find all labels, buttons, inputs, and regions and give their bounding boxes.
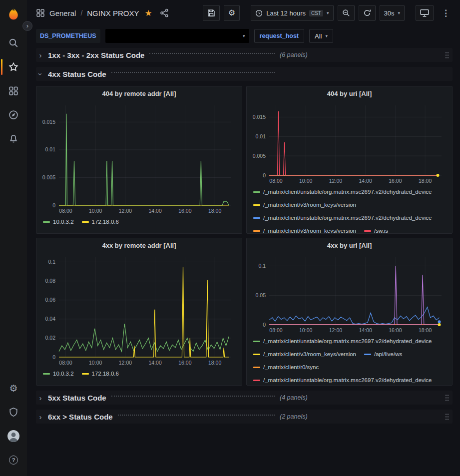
- legend-item[interactable]: /_matrix/client/unstable/org.matrix.msc2…: [253, 215, 432, 221]
- panel-title[interactable]: 404 by remote addr [All]: [36, 86, 242, 100]
- bell-icon: [8, 134, 18, 144]
- sidebar-item-dashboards[interactable]: [0, 79, 27, 103]
- sidebar-item-starred[interactable]: [0, 55, 27, 79]
- legend-item[interactable]: /_matrix/client/unstable/org.matrix.msc2…: [253, 189, 432, 195]
- time-range-label: Last 12 hours: [266, 9, 306, 17]
- row-title: 6xx > Status Code: [48, 413, 113, 421]
- drag-handle-icon[interactable]: [445, 51, 450, 59]
- legend-item[interactable]: /_matrix/client/v3/room_keys/version: [253, 202, 356, 208]
- panel-title[interactable]: 4xx by uri [All]: [247, 238, 452, 252]
- panel-chart[interactable]: 08:0010:0012:0014:0016:0018:0000.0050.01…: [38, 100, 237, 215]
- zoom-out-icon: [342, 9, 350, 17]
- panel: 4xx by uri [All]08:0010:0012:0014:0016:0…: [246, 238, 453, 386]
- save-dashboard-button[interactable]: [203, 5, 220, 21]
- legend-item[interactable]: /_matrix/client/v3/room_keys/version: [253, 228, 356, 234]
- breadcrumb-dashboard-title[interactable]: NGINX PROXY: [87, 9, 139, 17]
- axis-tick-label: 0.01: [256, 133, 266, 139]
- row-6xx-status-code[interactable]: › 6xx > Status Code (2 panels): [36, 410, 453, 424]
- time-range-picker[interactable]: Last 12 hours CST ▾: [251, 5, 333, 21]
- more-options-button[interactable]: ⋮: [438, 5, 454, 21]
- legend-item[interactable]: /api/live/ws: [364, 351, 402, 357]
- legend-series-label: 10.0.3.2: [53, 371, 74, 377]
- legend-series-label: /_matrix/client/unstable/org.matrix.msc2…: [263, 189, 432, 195]
- panel-chart[interactable]: 08:0010:0012:0014:0016:0018:0000.0050.01…: [248, 100, 448, 185]
- legend-series-label: /_matrix/client/r0/sync: [263, 364, 319, 370]
- row-dotted-leader: [118, 415, 275, 416]
- breadcrumb-separator: /: [80, 9, 82, 17]
- grafana-logo[interactable]: [2, 3, 24, 25]
- refresh-interval-label: 30s: [384, 9, 395, 17]
- datasource-label: DS_PROMETHEUS: [36, 29, 100, 43]
- datasource-select[interactable]: ▾: [105, 29, 249, 43]
- panel-legend: /_matrix/client/unstable/org.matrix.msc2…: [247, 335, 452, 386]
- zoom-out-button[interactable]: [338, 5, 355, 21]
- legend-item[interactable]: 172.18.0.6: [82, 219, 119, 225]
- axis-tick-label: 0: [52, 354, 55, 360]
- monitor-icon: [420, 9, 429, 17]
- row-dotted-leader: [111, 72, 275, 73]
- row-title: 4xx Status Code: [48, 70, 106, 78]
- axis-tick-label: 16:00: [389, 327, 402, 333]
- panel-chart[interactable]: 08:0010:0012:0014:0016:0018:0000.020.040…: [38, 252, 237, 367]
- legend-series-label: /_matrix/client/v3/room_keys/version: [263, 202, 356, 208]
- panel-chart[interactable]: 08:0010:0012:0014:0016:0018:0000.050.1: [248, 252, 448, 335]
- axis-tick-label: 08:00: [269, 178, 282, 184]
- legend-series-color-icon: [364, 230, 371, 232]
- axis-tick-label: 14:00: [149, 360, 162, 366]
- legend-item[interactable]: /_matrix/client/unstable/org.matrix.msc2…: [253, 377, 432, 383]
- refresh-interval-dropdown[interactable]: 30s ▾: [380, 5, 405, 21]
- sidebar: ⚙ ?: [0, 0, 27, 476]
- variables-submenu: DS_PROMETHEUS ▾ request_host All ▾: [27, 26, 460, 48]
- sidebar-item-alerting[interactable]: [0, 127, 27, 151]
- row-title: 5xx Status Code: [48, 394, 106, 402]
- share-icon[interactable]: [160, 8, 169, 17]
- row-1xx-3xx-2xx-status-code[interactable]: › 1xx - 3xx - 2xx Status Code (6 panels): [36, 48, 453, 62]
- sidebar-item-help[interactable]: ?: [0, 448, 27, 472]
- series-point: [438, 320, 441, 323]
- axis-tick-label: 14:00: [359, 178, 372, 184]
- axis-tick-label: 0: [52, 202, 55, 208]
- tv-mode-button[interactable]: [416, 5, 434, 21]
- drag-handle-icon[interactable]: [445, 413, 450, 421]
- sidebar-expand-button[interactable]: ›: [22, 21, 32, 31]
- sidebar-item-configuration[interactable]: ⚙: [0, 376, 27, 400]
- main-content: General / NGINX PROXY ★ ⚙ Last 12 hours: [27, 0, 460, 476]
- legend-item[interactable]: /_matrix/client/r0/sync: [253, 364, 319, 370]
- axis-tick-label: 12:00: [119, 360, 132, 366]
- legend-item[interactable]: /sw.js: [364, 228, 388, 234]
- axis-tick-label: 16:00: [178, 360, 191, 366]
- request-host-select[interactable]: All ▾: [309, 29, 333, 43]
- axis-tick-label: 08:00: [59, 360, 72, 366]
- drag-handle-icon[interactable]: [445, 394, 450, 402]
- dashboard-settings-button[interactable]: ⚙: [224, 5, 240, 21]
- panel-title[interactable]: 404 by uri [All]: [247, 86, 452, 100]
- legend-row: /_matrix/client/unstable/org.matrix.msc2…: [253, 211, 447, 224]
- legend-series-label: /_matrix/client/unstable/org.matrix.msc2…: [263, 338, 432, 344]
- axis-tick-label: 14:00: [149, 208, 162, 214]
- sidebar-item-server-admin[interactable]: [0, 400, 27, 424]
- axis-tick-label: 16:00: [389, 178, 402, 184]
- breadcrumb-folder[interactable]: General: [49, 9, 76, 17]
- row-panel-count: (4 panels): [280, 394, 308, 401]
- series-line: [269, 307, 440, 324]
- axis-tick-label: 10:00: [299, 178, 312, 184]
- caret-down-icon: ▾: [398, 10, 400, 15]
- row-4xx-status-code[interactable]: › 4xx Status Code: [36, 67, 453, 81]
- legend-item[interactable]: 172.18.0.6: [82, 371, 119, 377]
- axis-tick-label: 0.005: [42, 174, 55, 180]
- legend-item[interactable]: 10.0.3.2: [43, 219, 74, 225]
- legend-item[interactable]: 10.0.3.2: [43, 371, 74, 377]
- panel-title[interactable]: 4xx by remote addr [All]: [36, 238, 242, 252]
- row-5xx-status-code[interactable]: › 5xx Status Code (4 panels): [36, 391, 453, 405]
- axis-tick-label: 0.06: [45, 297, 56, 303]
- legend-row: /_matrix/client/v3/room_keys/version/api…: [253, 348, 447, 361]
- sidebar-item-explore[interactable]: [0, 103, 27, 127]
- favorite-star-icon[interactable]: ★: [144, 8, 152, 18]
- search-icon[interactable]: [0, 31, 27, 55]
- legend-row: 10.0.3.2172.18.0.6: [43, 367, 237, 380]
- legend-item[interactable]: /_matrix/client/v3/room_keys/version: [253, 351, 356, 357]
- legend-item[interactable]: /_matrix/client/unstable/org.matrix.msc2…: [253, 338, 432, 344]
- refresh-button[interactable]: [359, 5, 376, 21]
- user-avatar[interactable]: [0, 424, 27, 448]
- axis-tick-label: 0: [263, 172, 266, 178]
